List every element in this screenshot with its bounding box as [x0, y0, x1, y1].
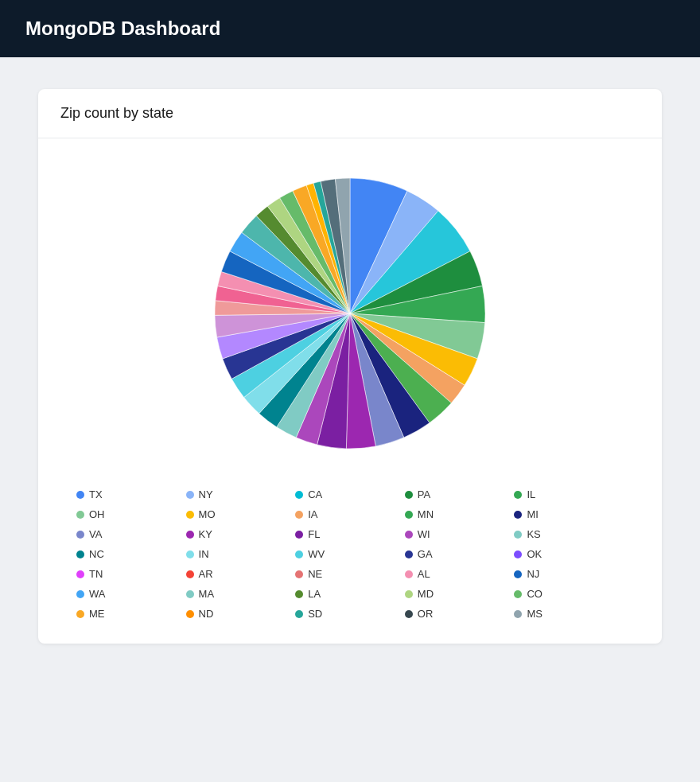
legend-item-PA: PA — [405, 488, 515, 500]
legend-dot-WA — [76, 590, 84, 598]
legend-label-NY: NY — [199, 488, 213, 500]
legend-label-WA: WA — [89, 588, 105, 600]
legend-item-SD: SD — [295, 608, 405, 620]
legend-item-LA: LA — [295, 588, 405, 600]
legend-label-AR: AR — [199, 568, 213, 580]
legend-label-MN: MN — [418, 508, 434, 520]
legend: TXNYCAPAILOHMOIAMNMIVAKYFLWIKSNCINWVGAOK… — [60, 488, 640, 620]
legend-dot-TX — [76, 491, 84, 499]
legend-dot-NY — [186, 491, 194, 499]
legend-item-OR: OR — [405, 608, 515, 620]
legend-item-IA: IA — [295, 508, 405, 520]
legend-dot-MA — [186, 590, 194, 598]
legend-label-ND: ND — [199, 608, 214, 620]
legend-item-ME: ME — [76, 608, 186, 620]
legend-label-MO: MO — [199, 508, 216, 520]
legend-label-OK: OK — [527, 548, 542, 560]
legend-dot-AR — [186, 570, 194, 578]
legend-item-NY: NY — [186, 488, 296, 500]
legend-dot-VA — [76, 531, 84, 539]
legend-dot-IL — [514, 491, 522, 499]
legend-dot-WI — [405, 531, 413, 539]
legend-dot-OH — [76, 511, 84, 519]
legend-dot-ME — [76, 610, 84, 618]
legend-item-NE: NE — [295, 568, 405, 580]
legend-dot-TN — [76, 570, 84, 578]
chart-area: TXNYCAPAILOHMOIAMNMIVAKYFLWIKSNCINWVGAOK… — [38, 138, 662, 644]
legend-label-NE: NE — [308, 568, 322, 580]
legend-label-IL: IL — [527, 488, 535, 500]
legend-item-OH: OH — [76, 508, 186, 520]
legend-label-NJ: NJ — [527, 568, 539, 580]
legend-label-WV: WV — [308, 548, 325, 560]
app-title: MongoDB Dashboard — [25, 18, 220, 40]
legend-item-KS: KS — [514, 528, 624, 540]
legend-dot-OK — [514, 551, 522, 558]
legend-dot-MS — [514, 610, 522, 618]
legend-label-TN: TN — [89, 568, 103, 580]
legend-dot-IN — [186, 551, 194, 558]
legend-dot-KY — [186, 531, 194, 539]
legend-item-GA: GA — [405, 548, 515, 560]
legend-item-TX: TX — [76, 488, 186, 500]
legend-item-MS: MS — [514, 608, 624, 620]
legend-item-ND: ND — [186, 608, 296, 620]
legend-label-MD: MD — [418, 588, 434, 600]
app-header: MongoDB Dashboard — [0, 0, 700, 57]
legend-dot-MO — [186, 511, 194, 519]
legend-item-WI: WI — [405, 528, 515, 540]
main-content: Zip count by state TXNYCAPAILOHMOIAMNMIV… — [0, 57, 700, 675]
legend-dot-FL — [295, 531, 303, 539]
legend-label-IA: IA — [308, 508, 317, 520]
legend-label-OH: OH — [89, 508, 105, 520]
legend-dot-MD — [405, 590, 413, 598]
legend-label-CA: CA — [308, 488, 322, 500]
legend-item-OK: OK — [514, 548, 624, 560]
legend-item-IN: IN — [186, 548, 296, 560]
legend-dot-GA — [405, 551, 413, 558]
legend-label-MS: MS — [527, 608, 542, 620]
legend-dot-CO — [514, 590, 522, 598]
legend-label-LA: LA — [308, 588, 321, 600]
legend-item-NJ: NJ — [514, 568, 624, 580]
legend-item-WA: WA — [76, 588, 186, 600]
legend-item-NC: NC — [76, 548, 186, 560]
legend-item-CO: CO — [514, 588, 624, 600]
legend-dot-OR — [405, 610, 413, 618]
legend-dot-NE — [295, 570, 303, 578]
legend-label-PA: PA — [418, 488, 430, 500]
legend-item-FL: FL — [295, 528, 405, 540]
legend-item-WV: WV — [295, 548, 405, 560]
legend-dot-NJ — [514, 570, 522, 578]
pie-svg — [207, 170, 493, 457]
legend-label-GA: GA — [418, 548, 433, 560]
legend-item-AR: AR — [186, 568, 296, 580]
legend-label-VA: VA — [89, 528, 102, 540]
legend-dot-MI — [514, 511, 522, 519]
legend-label-AL: AL — [418, 568, 430, 580]
legend-label-WI: WI — [418, 528, 430, 540]
legend-item-VA: VA — [76, 528, 186, 540]
legend-item-TN: TN — [76, 568, 186, 580]
legend-dot-NC — [76, 551, 84, 558]
legend-dot-MN — [405, 511, 413, 519]
legend-item-CA: CA — [295, 488, 405, 500]
legend-label-MI: MI — [527, 508, 538, 520]
chart-card: Zip count by state TXNYCAPAILOHMOIAMNMIV… — [38, 89, 662, 644]
legend-label-KY: KY — [199, 528, 212, 540]
legend-dot-ND — [186, 610, 194, 618]
legend-label-OR: OR — [418, 608, 434, 620]
legend-dot-KS — [514, 531, 522, 539]
pie-chart — [207, 170, 493, 457]
legend-dot-WV — [295, 551, 303, 558]
card-title: Zip count by state — [60, 105, 173, 121]
legend-label-ME: ME — [89, 608, 105, 620]
legend-item-MO: MO — [186, 508, 296, 520]
legend-label-NC: NC — [89, 548, 104, 560]
legend-label-TX: TX — [89, 488, 103, 500]
legend-label-KS: KS — [527, 528, 540, 540]
legend-item-AL: AL — [405, 568, 515, 580]
legend-label-FL: FL — [308, 528, 320, 540]
legend-item-KY: KY — [186, 528, 296, 540]
legend-dot-AL — [405, 570, 413, 578]
